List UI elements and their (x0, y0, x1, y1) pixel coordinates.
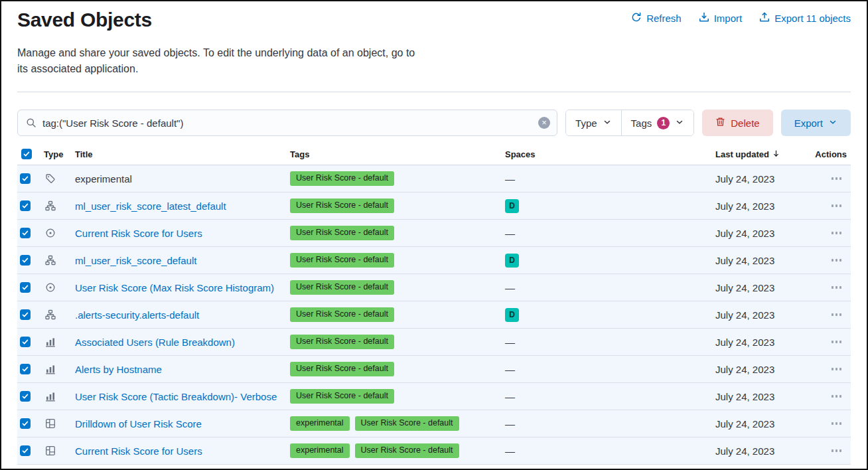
export-icon (759, 12, 770, 25)
column-header-tags[interactable]: Tags (287, 149, 502, 159)
tag-badge: experimental (290, 443, 350, 458)
row-checkbox[interactable] (20, 173, 31, 184)
lens-icon (45, 282, 56, 293)
search-box: × (17, 110, 557, 136)
space-badge: D (505, 254, 519, 268)
row-checkbox[interactable] (20, 391, 31, 402)
row-title[interactable]: Alerts by Hostname (75, 364, 162, 375)
column-header-title[interactable]: Title (72, 149, 287, 159)
row-actions-button[interactable] (829, 229, 845, 237)
row-checkbox[interactable] (20, 337, 31, 347)
table-row: ml_user_risk_score_default User Risk Sco… (17, 247, 851, 274)
row-updated: July 24, 2023 (713, 364, 812, 375)
export-all-button[interactable]: Export 11 objects (759, 12, 851, 25)
delete-button[interactable]: Delete (702, 110, 772, 136)
no-spaces-placeholder: — (505, 228, 515, 239)
table-row: Current Risk Score for Users experimenta… (17, 437, 851, 465)
row-title[interactable]: User Risk Score (Max Risk Score Histogra… (75, 282, 274, 293)
row-spaces: D (502, 308, 713, 322)
table-row: Drilldown of User Risk Score experimenta… (17, 410, 851, 437)
row-spaces: — (502, 445, 713, 457)
row-actions-button[interactable] (829, 365, 845, 373)
column-header-last-updated-label: Last updated (715, 149, 769, 159)
export-selected-button[interactable]: Export (781, 110, 851, 136)
row-checkbox[interactable] (20, 200, 31, 211)
row-title[interactable]: .alerts-security.alerts-default (75, 309, 199, 321)
row-actions-button[interactable] (829, 447, 845, 455)
visualization-icon (45, 337, 56, 347)
row-checkbox[interactable] (20, 445, 31, 456)
tags-count-badge: 1 (657, 117, 670, 129)
visualization-icon (45, 391, 56, 402)
row-actions-button[interactable] (829, 175, 845, 183)
row-title[interactable]: Associated Users (Rule Breakdown) (75, 337, 235, 348)
row-spaces: D (502, 199, 713, 213)
table-body: experimental User Risk Score - default —… (17, 165, 851, 465)
row-updated: July 24, 2023 (713, 445, 812, 457)
no-spaces-placeholder: — (505, 337, 515, 348)
row-tags: experimentalUser Risk Score - default (287, 416, 502, 431)
row-title[interactable]: Current Risk Score for Users (75, 445, 202, 457)
tag-badge: User Risk Score - default (290, 362, 394, 376)
row-tags: experimentalUser Risk Score - default (287, 443, 502, 458)
row-checkbox[interactable] (20, 364, 31, 374)
header-divider (17, 92, 851, 92)
row-title[interactable]: User Risk Score (Tactic Breakdown)- Verb… (75, 391, 277, 402)
dashboard-icon (45, 418, 56, 429)
row-updated: July 24, 2023 (713, 309, 812, 321)
tag-badge: User Risk Score - default (355, 443, 459, 458)
row-checkbox[interactable] (20, 309, 31, 320)
table-header-row: Type Title Tags Spaces Last updated Acti… (17, 144, 851, 165)
row-actions-button[interactable] (829, 338, 845, 346)
tag-badge: User Risk Score - default (290, 335, 394, 349)
row-actions-button[interactable] (829, 392, 845, 400)
tag-badge: User Risk Score - default (290, 171, 394, 186)
chevron-down-icon (603, 118, 612, 129)
row-actions-button[interactable] (829, 283, 845, 291)
no-spaces-placeholder: — (505, 364, 515, 375)
row-tags: User Risk Score - default (287, 171, 502, 186)
clear-search-icon[interactable]: × (538, 117, 550, 129)
column-header-spaces: Spaces (502, 149, 713, 159)
row-actions-button[interactable] (829, 311, 845, 319)
row-checkbox[interactable] (20, 255, 31, 266)
import-button[interactable]: Import (699, 12, 743, 25)
table-row: Alerts by Hostname User Risk Score - def… (17, 356, 851, 383)
row-spaces: — (502, 282, 713, 293)
row-actions-button[interactable] (829, 202, 845, 210)
search-input[interactable] (42, 118, 538, 129)
row-actions-button[interactable] (829, 420, 845, 428)
import-label: Import (714, 13, 743, 24)
type-filter-button[interactable]: Type (566, 110, 621, 135)
row-title[interactable]: Current Risk Score for Users (75, 228, 202, 239)
row-actions-button[interactable] (829, 256, 845, 264)
row-title[interactable]: experimental (75, 173, 132, 185)
lens-icon (45, 228, 56, 238)
row-checkbox[interactable] (20, 418, 31, 429)
table-row: experimental User Risk Score - default —… (17, 165, 851, 193)
refresh-button[interactable]: Refresh (631, 12, 682, 25)
tag-badge: User Risk Score - default (290, 198, 394, 213)
column-header-last-updated[interactable]: Last updated (713, 149, 812, 160)
row-title[interactable]: ml_user_risk_score_latest_default (75, 200, 226, 212)
row-updated: July 24, 2023 (713, 391, 812, 402)
page-header: Saved Objects Refresh Import Export 11 o… (17, 8, 851, 32)
type-filter-label: Type (575, 118, 597, 129)
saved-objects-table: Type Title Tags Spaces Last updated Acti… (17, 144, 851, 465)
row-updated: July 24, 2023 (713, 228, 812, 239)
row-spaces: — (502, 173, 713, 185)
tags-filter-button[interactable]: Tags 1 (621, 110, 694, 135)
page-description: Manage and share your saved objects. To … (17, 45, 851, 77)
chevron-down-icon (675, 118, 684, 129)
row-checkbox[interactable] (20, 228, 31, 238)
tag-badge: User Risk Score - default (290, 307, 394, 322)
select-all-checkbox[interactable] (21, 149, 32, 159)
row-title[interactable]: Drilldown of User Risk Score (75, 418, 202, 430)
row-spaces: — (502, 364, 713, 375)
row-checkbox[interactable] (20, 282, 31, 293)
row-updated: July 24, 2023 (713, 337, 812, 348)
row-tags: User Risk Score - default (287, 226, 502, 240)
no-spaces-placeholder: — (505, 391, 515, 402)
column-header-type[interactable]: Type (41, 149, 72, 159)
row-title[interactable]: ml_user_risk_score_default (75, 255, 196, 266)
